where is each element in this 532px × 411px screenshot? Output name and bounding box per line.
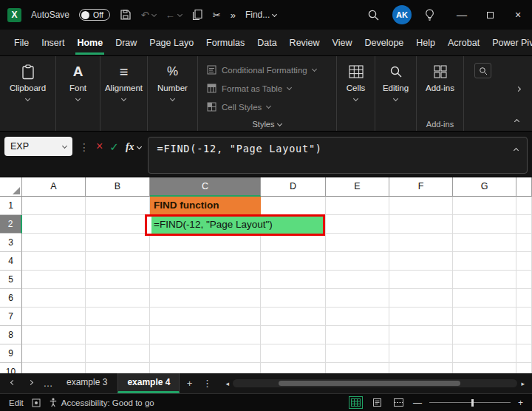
save-button[interactable] (120, 9, 132, 21)
maximize-button[interactable] (476, 0, 504, 30)
ribbon-group-font[interactable]: A Font (56, 56, 100, 131)
scrollbar-track[interactable] (233, 379, 518, 387)
grid-cell[interactable] (150, 308, 261, 326)
undo-button[interactable]: ↶ (141, 10, 156, 21)
grid-cell[interactable] (326, 308, 389, 326)
select-all-button[interactable] (0, 177, 22, 197)
grid-cell[interactable] (389, 215, 453, 234)
tab-acrobat[interactable]: Acrobat (443, 31, 485, 55)
confirm-entry-button[interactable]: ✓ (109, 140, 119, 154)
grid-cell[interactable] (22, 363, 86, 373)
row-header-1[interactable]: 1 (0, 197, 22, 215)
grid-cell[interactable] (22, 308, 86, 326)
grid-cell[interactable] (261, 271, 326, 289)
grid-cell[interactable] (453, 326, 516, 344)
grid-cell[interactable] (150, 326, 261, 344)
tab-help[interactable]: Help (411, 31, 440, 55)
sheet-nav-right-button[interactable] (22, 373, 38, 393)
grid-cell[interactable] (326, 271, 389, 289)
formula-bar-expand-icon[interactable] (514, 148, 519, 153)
row-header-4[interactable]: 4 (0, 252, 22, 271)
grid-cell[interactable] (22, 344, 86, 363)
grid-cell[interactable] (326, 289, 389, 308)
grid-cell[interactable] (150, 271, 261, 289)
ribbon-group-cells[interactable]: Cells (337, 56, 375, 131)
redo-button[interactable]: ← (166, 10, 182, 21)
ribbon-group-number[interactable]: % Number (148, 56, 198, 131)
grid-cell[interactable] (326, 344, 389, 363)
horizontal-scrollbar[interactable]: ◂ ▸ (216, 379, 532, 387)
grid-cell[interactable] (326, 197, 389, 215)
grid-cell[interactable] (389, 326, 453, 344)
scroll-right-arrow[interactable]: ▸ (521, 380, 525, 387)
grid-cell[interactable] (516, 289, 532, 308)
grid-cell[interactable] (86, 234, 150, 252)
sheet-tab-example-4[interactable]: example 4 (117, 373, 180, 393)
row-header-3[interactable]: 3 (0, 234, 22, 252)
column-header-E[interactable]: E (326, 177, 389, 197)
grid-cell[interactable] (261, 289, 326, 308)
page-layout-view-button[interactable] (370, 396, 384, 409)
grid-cell[interactable] (389, 197, 453, 215)
ribbon-group-clipboard[interactable]: Clipboard (0, 56, 56, 131)
normal-view-button[interactable] (349, 396, 363, 409)
row-header-8[interactable]: 8 (0, 326, 22, 344)
grid-cell[interactable] (150, 363, 261, 373)
grid-cell[interactable] (516, 215, 532, 234)
insert-function-button[interactable]: fx (126, 141, 141, 153)
grid-cell[interactable] (261, 252, 326, 271)
cell-C1[interactable]: FIND function (150, 197, 261, 215)
column-header-F[interactable]: F (389, 177, 453, 197)
autosave-toggle[interactable]: Off (79, 9, 110, 21)
grid-cell[interactable] (261, 326, 326, 344)
grid-cell[interactable] (86, 252, 150, 271)
grid-cell[interactable] (453, 215, 516, 234)
styles-group-label[interactable]: Styles (198, 120, 336, 129)
grid-cell[interactable] (516, 252, 532, 271)
grid-cell[interactable] (453, 363, 516, 373)
sheet-tab-example-3[interactable]: example 3 (58, 373, 116, 393)
grid-cell[interactable] (261, 363, 326, 373)
row-header-6[interactable]: 6 (0, 289, 22, 308)
grid-cell[interactable] (261, 197, 326, 215)
grid-cell[interactable] (86, 344, 150, 363)
grid-cell[interactable] (389, 344, 453, 363)
grid-cell[interactable] (453, 308, 516, 326)
grid-cell[interactable] (516, 271, 532, 289)
close-button[interactable]: × (504, 0, 532, 30)
column-header-C[interactable]: C (150, 177, 261, 197)
grid-cell[interactable] (326, 234, 389, 252)
grid-cell[interactable] (453, 289, 516, 308)
sheet-nav-left-button[interactable] (4, 373, 21, 393)
grid-cell[interactable] (22, 197, 86, 215)
grid-cell[interactable] (150, 234, 261, 252)
tab-view[interactable]: View (327, 31, 358, 55)
column-header-A[interactable]: A (22, 177, 86, 197)
tab-review[interactable]: Review (284, 31, 325, 55)
grid-cell[interactable] (261, 234, 326, 252)
grid-cell[interactable] (22, 234, 86, 252)
grid-cell[interactable] (86, 197, 150, 215)
grid-cell[interactable] (261, 308, 326, 326)
conditional-formatting-button[interactable]: Conditional Formatting (207, 61, 336, 79)
tab-draw[interactable]: Draw (110, 31, 142, 55)
ribbon-group-alignment[interactable]: ≡ Alignment (100, 56, 148, 131)
grid-cell[interactable] (22, 289, 86, 308)
more-commands-button[interactable]: » (231, 10, 236, 21)
grid-cell[interactable] (22, 215, 86, 234)
grid-cell[interactable] (22, 252, 86, 271)
sheet-list-button[interactable]: … (40, 373, 56, 393)
grid-cell[interactable] (389, 252, 453, 271)
grid-cell[interactable] (326, 252, 389, 271)
tab-page-layout[interactable]: Page Layo (144, 31, 199, 55)
avatar[interactable]: AK (392, 5, 412, 24)
row-header-10[interactable]: 10 (0, 363, 22, 373)
formula-input[interactable]: =FIND(-12, "Page Layout") (148, 137, 528, 174)
grid-cell[interactable] (326, 326, 389, 344)
grid-cell[interactable] (389, 308, 453, 326)
grid-cell[interactable] (86, 271, 150, 289)
cancel-entry-button[interactable]: × (96, 140, 103, 153)
formula-bar-handle[interactable]: ⋮ (79, 141, 89, 153)
grid-cell[interactable] (516, 326, 532, 344)
grid-cell[interactable] (150, 252, 261, 271)
